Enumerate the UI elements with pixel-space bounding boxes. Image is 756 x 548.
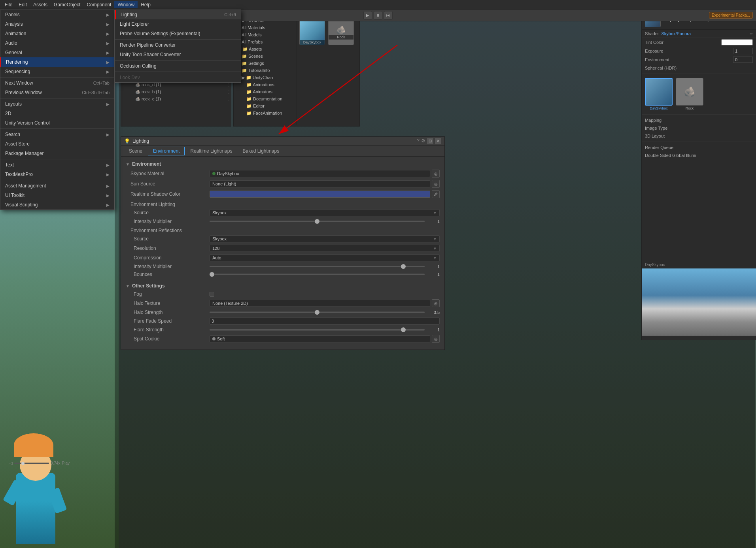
dropdown-asset-store[interactable]: Asset Store xyxy=(0,139,114,149)
env-reflections-compression-select[interactable]: Auto ▼ xyxy=(210,254,440,261)
lighting-help-icon[interactable]: ? xyxy=(417,138,420,144)
spot-cookie-picker-btn[interactable]: ◎ xyxy=(432,335,440,343)
sun-source-picker-btn[interactable]: ◎ xyxy=(432,180,440,188)
tab-realtime-lightmaps[interactable]: Realtime Lightmaps xyxy=(185,147,237,155)
hierarchy-item-rock_c1[interactable]: 🪨 rock_c (1) ⋮ xyxy=(121,95,231,102)
project-settings[interactable]: 📁 Settings xyxy=(234,60,297,67)
flare-fade-speed-input[interactable] xyxy=(210,317,440,325)
dropdown-animation[interactable]: Animation ▶ xyxy=(0,29,114,38)
project-faceanimation[interactable]: 📁 FaceAnimation xyxy=(234,110,297,117)
halo-strength-track[interactable] xyxy=(210,312,425,313)
halo-texture-picker-btn[interactable]: ◎ xyxy=(432,299,440,307)
dropdown-visual-scripting[interactable]: Visual Scripting ▶ xyxy=(0,200,114,210)
dropdown-analysis[interactable]: Analysis ▶ xyxy=(0,19,114,29)
dropdown-ui-toolkit[interactable]: UI Toolkit ▶ xyxy=(0,191,114,200)
halo-strength-thumb[interactable] xyxy=(315,310,319,315)
dropdown-next-window[interactable]: Next Window Ctrl+Tab xyxy=(0,78,114,88)
dropdown-text[interactable]: Text ▶ xyxy=(0,160,114,170)
env-reflections-bounces-track[interactable] xyxy=(210,274,425,275)
other-settings-arrow-icon[interactable]: ▼ xyxy=(126,284,130,288)
tab-baked-lightmaps[interactable]: Baked Lightmaps xyxy=(238,147,284,155)
project-all-prefabs[interactable]: All Prefabs xyxy=(234,38,297,45)
flare-strength-thumb[interactable] xyxy=(401,327,406,332)
dropdown-search[interactable]: Search ▶ xyxy=(0,130,114,139)
menu-gameobject[interactable]: GameObject xyxy=(51,1,83,8)
env-lighting-source-select[interactable]: Skybox ▼ xyxy=(210,209,440,216)
halo-texture-input[interactable]: None (Texture 2D) xyxy=(210,300,430,307)
env-reflections-intensity-thumb[interactable] xyxy=(401,264,406,269)
dropdown-unity-version-control[interactable]: Unity Version Control xyxy=(0,118,114,128)
menu-edit[interactable]: Edit xyxy=(15,1,30,8)
project-editor[interactable]: 📁 Editor xyxy=(234,102,297,110)
project-assets[interactable]: ▼📁 Assets xyxy=(234,45,297,53)
menu-help[interactable]: Help xyxy=(138,1,154,8)
tab-environment[interactable]: Environment xyxy=(148,147,185,155)
env-lighting-intensity-track[interactable] xyxy=(210,221,425,222)
menu-file[interactable]: File xyxy=(2,1,15,8)
dropdown-textmeshpro[interactable]: TextMeshPro ▶ xyxy=(0,170,114,179)
rendering-occlusion-culling[interactable]: Occlusion Culling xyxy=(115,61,241,71)
dropdown-package-manager[interactable]: Package Manager xyxy=(0,149,114,158)
dropdown-rendering[interactable]: Rendering ▶ xyxy=(0,57,114,67)
project-tutorialinfo[interactable]: 📁 TutorialInfo xyxy=(234,67,297,74)
hierarchy-item-rock_b1[interactable]: 🪨 rock_b (1) ⋮ xyxy=(121,88,231,95)
shadow-color-picker-btn[interactable]: 🖉 xyxy=(432,190,440,198)
inspector-shader-edit-icon[interactable]: ✏ xyxy=(750,32,753,36)
rendering-light-explorer[interactable]: Light Explorer xyxy=(115,19,241,29)
scale-thumb[interactable] xyxy=(21,462,25,465)
dropdown-panels[interactable]: Panels ▶ xyxy=(0,10,114,19)
spot-cookie-input[interactable]: Soft xyxy=(210,335,430,342)
project-animators[interactable]: 📁 Animators xyxy=(234,88,297,95)
project-asset-dayskybox[interactable]: DaySkybox xyxy=(299,19,325,45)
tab-scene[interactable]: Scene xyxy=(124,147,147,155)
project-asset-rock[interactable]: 🪨 Rock xyxy=(328,19,354,45)
inspector-rotation-input[interactable] xyxy=(733,57,753,63)
env-reflections-resolution-label: Resolution xyxy=(130,246,210,251)
flare-strength-track[interactable] xyxy=(210,329,425,331)
lighting-gear-icon[interactable]: ⚙ xyxy=(421,138,425,144)
hierarchy-rock-d1-label: rock_d (1) xyxy=(140,82,161,87)
dropdown-prev-window[interactable]: Previous Window Ctrl+Shift+Tab xyxy=(0,88,114,97)
rendering-pipeline-converter[interactable]: Render Pipeline Converter xyxy=(115,40,241,50)
lighting-maximize-btn[interactable]: ⊡ xyxy=(427,138,433,144)
dropdown-sequencing[interactable]: Sequencing ▶ xyxy=(0,67,114,76)
menu-assets[interactable]: Assets xyxy=(30,1,51,8)
inspector-exposure-input[interactable] xyxy=(733,48,753,54)
inspector-thumb-rock[interactable]: 🪨 Rock xyxy=(676,78,703,110)
env-reflections-source-select[interactable]: Skybox ▼ xyxy=(210,235,440,242)
project-all-models[interactable]: All Models xyxy=(234,31,297,38)
env-lighting-intensity-thumb[interactable] xyxy=(315,219,319,224)
inspector-tintcolor-swatch[interactable] xyxy=(721,39,753,45)
dropdown-layouts[interactable]: Layouts ▶ xyxy=(0,99,114,109)
env-reflections-intensity-track[interactable] xyxy=(210,266,425,267)
fog-checkbox[interactable] xyxy=(210,292,214,297)
pause-button[interactable]: ⏸ xyxy=(374,11,382,20)
project-documentation[interactable]: 📁 Documentation xyxy=(234,95,297,102)
dropdown-2d[interactable]: 2D xyxy=(0,109,114,118)
dropdown-audio[interactable]: Audio ▶ xyxy=(0,38,114,48)
rendering-toon-shader[interactable]: Unity Toon Shader Converter xyxy=(115,50,241,59)
rendering-probe-volume[interactable]: Probe Volume Settings (Experimental) xyxy=(115,29,241,38)
inspector-thumb-dayskybox[interactable]: DaySkybox xyxy=(645,78,673,110)
project-animations[interactable]: 📁 Animations xyxy=(234,81,297,88)
dropdown-general[interactable]: General ▶ xyxy=(0,48,114,57)
play-button[interactable]: ▶ xyxy=(363,11,372,20)
shadow-color-swatch[interactable] xyxy=(210,191,430,198)
project-unitychan[interactable]: ▶📁 UnityChan xyxy=(234,74,297,81)
menu-component[interactable]: Component xyxy=(83,1,114,8)
skybox-material-picker-btn[interactable]: ◎ xyxy=(432,170,440,178)
env-reflections-bounces-thumb[interactable] xyxy=(210,272,214,277)
inspector-shader-value[interactable]: Skybox/Panora xyxy=(661,31,747,36)
environment-arrow-icon[interactable]: ▼ xyxy=(126,162,130,166)
project-all-materials[interactable]: All Materials xyxy=(234,24,297,31)
dropdown-asset-management[interactable]: Asset Management ▶ xyxy=(0,181,114,191)
env-reflections-resolution-select[interactable]: 128 ▼ xyxy=(210,245,440,252)
rendering-lighting[interactable]: Lighting Ctrl+9 xyxy=(115,10,241,19)
dropdown-textmeshpro-arrow: ▶ xyxy=(106,172,110,177)
sun-source-input[interactable]: None (Light) xyxy=(210,180,430,187)
menu-window[interactable]: Window xyxy=(114,1,138,8)
project-scenes[interactable]: 📁 Scenes xyxy=(234,53,297,60)
lighting-close-btn[interactable]: ✕ xyxy=(435,138,441,144)
skybox-material-input[interactable]: DaySkybox xyxy=(210,170,430,177)
step-button[interactable]: ⏭ xyxy=(384,11,393,20)
